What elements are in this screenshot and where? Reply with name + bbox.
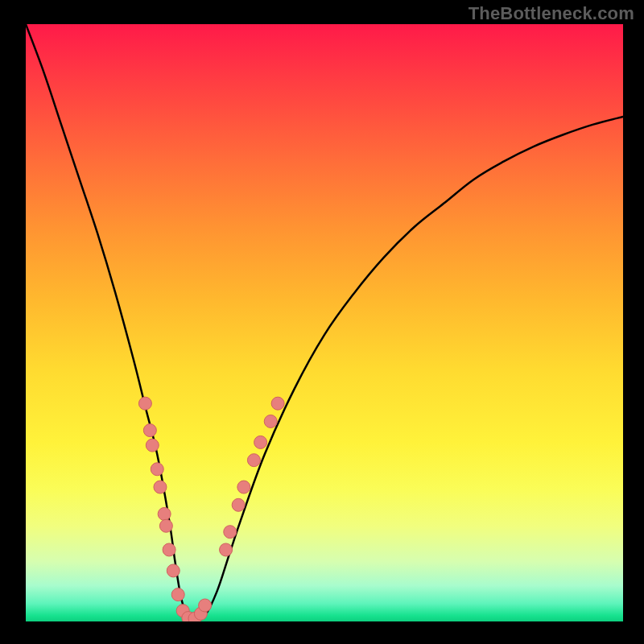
data-dot: [232, 498, 245, 511]
bottleneck-curve-svg: [26, 24, 623, 621]
data-dot: [167, 564, 180, 577]
data-dot: [199, 599, 212, 612]
data-dot: [154, 481, 167, 493]
data-dot: [237, 481, 250, 493]
data-dot: [264, 415, 277, 427]
plot-area: [26, 24, 623, 621]
data-dot: [158, 507, 171, 520]
data-dot: [163, 543, 175, 556]
data-dot: [224, 526, 237, 539]
data-dots-group: [138, 397, 284, 621]
data-dot: [247, 454, 260, 467]
chart-frame: TheBottleneck.com: [0, 0, 644, 644]
data-dot: [146, 439, 159, 452]
data-dot: [159, 519, 172, 532]
bottleneck-curve: [26, 24, 623, 621]
data-dot: [271, 397, 284, 410]
data-dot: [171, 588, 184, 601]
data-dot: [254, 436, 267, 448]
watermark-text: TheBottleneck.com: [469, 3, 634, 24]
data-dot: [138, 397, 151, 410]
data-dot: [151, 463, 163, 476]
data-dot: [220, 543, 233, 556]
data-dot: [143, 424, 156, 437]
